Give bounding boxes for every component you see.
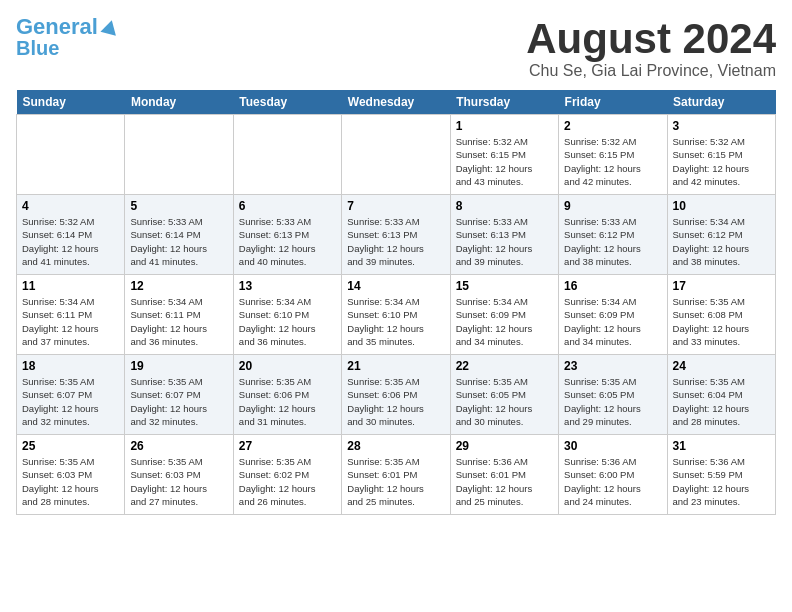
day-number: 7 [347, 199, 444, 213]
day-header-sunday: Sunday [17, 90, 125, 115]
calendar-week-row: 1Sunrise: 5:32 AM Sunset: 6:15 PM Daylig… [17, 115, 776, 195]
day-number: 9 [564, 199, 661, 213]
cell-info: Sunrise: 5:35 AM Sunset: 6:04 PM Dayligh… [673, 375, 770, 428]
calendar-week-row: 11Sunrise: 5:34 AM Sunset: 6:11 PM Dayli… [17, 275, 776, 355]
day-number: 26 [130, 439, 227, 453]
cell-info: Sunrise: 5:35 AM Sunset: 6:03 PM Dayligh… [22, 455, 119, 508]
calendar-cell: 12Sunrise: 5:34 AM Sunset: 6:11 PM Dayli… [125, 275, 233, 355]
cell-info: Sunrise: 5:34 AM Sunset: 6:10 PM Dayligh… [239, 295, 336, 348]
calendar-cell: 28Sunrise: 5:35 AM Sunset: 6:01 PM Dayli… [342, 435, 450, 515]
cell-info: Sunrise: 5:35 AM Sunset: 6:01 PM Dayligh… [347, 455, 444, 508]
calendar-cell: 14Sunrise: 5:34 AM Sunset: 6:10 PM Dayli… [342, 275, 450, 355]
calendar-cell: 15Sunrise: 5:34 AM Sunset: 6:09 PM Dayli… [450, 275, 558, 355]
cell-info: Sunrise: 5:36 AM Sunset: 6:01 PM Dayligh… [456, 455, 553, 508]
day-number: 4 [22, 199, 119, 213]
page-header: General Blue August 2024 Chu Se, Gia Lai… [16, 16, 776, 80]
calendar-cell [342, 115, 450, 195]
cell-info: Sunrise: 5:34 AM Sunset: 6:12 PM Dayligh… [673, 215, 770, 268]
calendar-title: August 2024 [526, 16, 776, 62]
day-number: 23 [564, 359, 661, 373]
calendar-cell: 20Sunrise: 5:35 AM Sunset: 6:06 PM Dayli… [233, 355, 341, 435]
cell-info: Sunrise: 5:36 AM Sunset: 5:59 PM Dayligh… [673, 455, 770, 508]
day-number: 15 [456, 279, 553, 293]
calendar-cell: 2Sunrise: 5:32 AM Sunset: 6:15 PM Daylig… [559, 115, 667, 195]
calendar-cell [17, 115, 125, 195]
day-number: 1 [456, 119, 553, 133]
calendar-cell [125, 115, 233, 195]
day-header-friday: Friday [559, 90, 667, 115]
calendar-table: SundayMondayTuesdayWednesdayThursdayFrid… [16, 90, 776, 515]
day-header-thursday: Thursday [450, 90, 558, 115]
day-header-tuesday: Tuesday [233, 90, 341, 115]
day-number: 16 [564, 279, 661, 293]
calendar-cell: 29Sunrise: 5:36 AM Sunset: 6:01 PM Dayli… [450, 435, 558, 515]
cell-info: Sunrise: 5:32 AM Sunset: 6:15 PM Dayligh… [456, 135, 553, 188]
day-number: 31 [673, 439, 770, 453]
calendar-cell: 5Sunrise: 5:33 AM Sunset: 6:14 PM Daylig… [125, 195, 233, 275]
day-number: 18 [22, 359, 119, 373]
calendar-cell: 13Sunrise: 5:34 AM Sunset: 6:10 PM Dayli… [233, 275, 341, 355]
cell-info: Sunrise: 5:34 AM Sunset: 6:10 PM Dayligh… [347, 295, 444, 348]
calendar-cell: 25Sunrise: 5:35 AM Sunset: 6:03 PM Dayli… [17, 435, 125, 515]
day-header-saturday: Saturday [667, 90, 775, 115]
calendar-cell: 4Sunrise: 5:32 AM Sunset: 6:14 PM Daylig… [17, 195, 125, 275]
day-number: 24 [673, 359, 770, 373]
calendar-week-row: 18Sunrise: 5:35 AM Sunset: 6:07 PM Dayli… [17, 355, 776, 435]
cell-info: Sunrise: 5:33 AM Sunset: 6:14 PM Dayligh… [130, 215, 227, 268]
day-number: 5 [130, 199, 227, 213]
cell-info: Sunrise: 5:35 AM Sunset: 6:06 PM Dayligh… [347, 375, 444, 428]
cell-info: Sunrise: 5:33 AM Sunset: 6:13 PM Dayligh… [456, 215, 553, 268]
day-number: 14 [347, 279, 444, 293]
day-number: 6 [239, 199, 336, 213]
logo-text: General [16, 16, 98, 38]
day-number: 11 [22, 279, 119, 293]
calendar-cell [233, 115, 341, 195]
title-area: August 2024 Chu Se, Gia Lai Province, Vi… [526, 16, 776, 80]
day-number: 17 [673, 279, 770, 293]
day-number: 29 [456, 439, 553, 453]
day-number: 21 [347, 359, 444, 373]
day-header-wednesday: Wednesday [342, 90, 450, 115]
calendar-cell: 1Sunrise: 5:32 AM Sunset: 6:15 PM Daylig… [450, 115, 558, 195]
calendar-cell: 27Sunrise: 5:35 AM Sunset: 6:02 PM Dayli… [233, 435, 341, 515]
day-number: 30 [564, 439, 661, 453]
day-number: 28 [347, 439, 444, 453]
cell-info: Sunrise: 5:35 AM Sunset: 6:07 PM Dayligh… [22, 375, 119, 428]
calendar-cell: 30Sunrise: 5:36 AM Sunset: 6:00 PM Dayli… [559, 435, 667, 515]
day-number: 13 [239, 279, 336, 293]
calendar-cell: 18Sunrise: 5:35 AM Sunset: 6:07 PM Dayli… [17, 355, 125, 435]
calendar-cell: 24Sunrise: 5:35 AM Sunset: 6:04 PM Dayli… [667, 355, 775, 435]
calendar-cell: 23Sunrise: 5:35 AM Sunset: 6:05 PM Dayli… [559, 355, 667, 435]
day-number: 25 [22, 439, 119, 453]
cell-info: Sunrise: 5:32 AM Sunset: 6:15 PM Dayligh… [564, 135, 661, 188]
cell-info: Sunrise: 5:33 AM Sunset: 6:12 PM Dayligh… [564, 215, 661, 268]
cell-info: Sunrise: 5:34 AM Sunset: 6:09 PM Dayligh… [456, 295, 553, 348]
calendar-cell: 22Sunrise: 5:35 AM Sunset: 6:05 PM Dayli… [450, 355, 558, 435]
day-header-monday: Monday [125, 90, 233, 115]
calendar-cell: 16Sunrise: 5:34 AM Sunset: 6:09 PM Dayli… [559, 275, 667, 355]
cell-info: Sunrise: 5:34 AM Sunset: 6:09 PM Dayligh… [564, 295, 661, 348]
day-number: 3 [673, 119, 770, 133]
calendar-cell: 31Sunrise: 5:36 AM Sunset: 5:59 PM Dayli… [667, 435, 775, 515]
cell-info: Sunrise: 5:35 AM Sunset: 6:08 PM Dayligh… [673, 295, 770, 348]
calendar-cell: 8Sunrise: 5:33 AM Sunset: 6:13 PM Daylig… [450, 195, 558, 275]
calendar-subtitle: Chu Se, Gia Lai Province, Vietnam [526, 62, 776, 80]
day-number: 12 [130, 279, 227, 293]
calendar-cell: 7Sunrise: 5:33 AM Sunset: 6:13 PM Daylig… [342, 195, 450, 275]
calendar-cell: 3Sunrise: 5:32 AM Sunset: 6:15 PM Daylig… [667, 115, 775, 195]
cell-info: Sunrise: 5:35 AM Sunset: 6:05 PM Dayligh… [564, 375, 661, 428]
calendar-cell: 21Sunrise: 5:35 AM Sunset: 6:06 PM Dayli… [342, 355, 450, 435]
cell-info: Sunrise: 5:36 AM Sunset: 6:00 PM Dayligh… [564, 455, 661, 508]
cell-info: Sunrise: 5:32 AM Sunset: 6:14 PM Dayligh… [22, 215, 119, 268]
calendar-cell: 9Sunrise: 5:33 AM Sunset: 6:12 PM Daylig… [559, 195, 667, 275]
cell-info: Sunrise: 5:34 AM Sunset: 6:11 PM Dayligh… [22, 295, 119, 348]
calendar-cell: 10Sunrise: 5:34 AM Sunset: 6:12 PM Dayli… [667, 195, 775, 275]
calendar-week-row: 25Sunrise: 5:35 AM Sunset: 6:03 PM Dayli… [17, 435, 776, 515]
day-number: 27 [239, 439, 336, 453]
cell-info: Sunrise: 5:33 AM Sunset: 6:13 PM Dayligh… [239, 215, 336, 268]
calendar-cell: 17Sunrise: 5:35 AM Sunset: 6:08 PM Dayli… [667, 275, 775, 355]
day-number: 8 [456, 199, 553, 213]
calendar-header-row: SundayMondayTuesdayWednesdayThursdayFrid… [17, 90, 776, 115]
day-number: 22 [456, 359, 553, 373]
cell-info: Sunrise: 5:32 AM Sunset: 6:15 PM Dayligh… [673, 135, 770, 188]
